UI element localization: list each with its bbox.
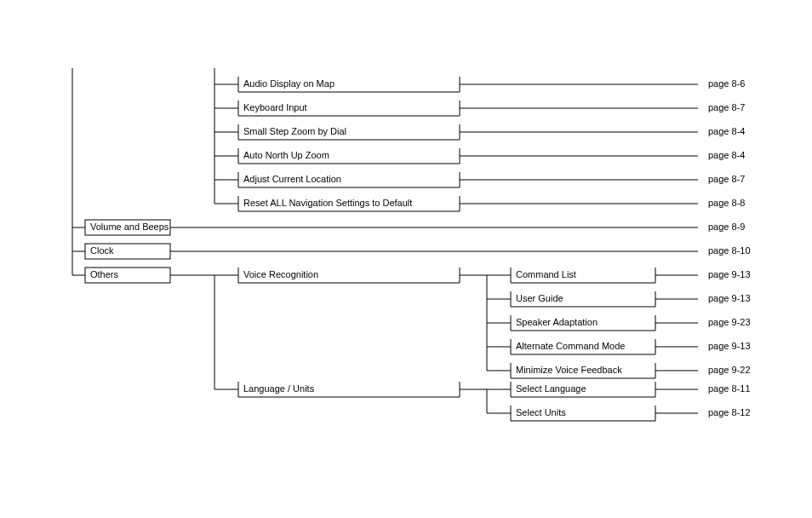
- label-nav-4: Adjust Current Location: [243, 174, 341, 184]
- label-language-units: Language / Units: [243, 383, 315, 394]
- page-vr-4: page 9-22: [708, 365, 751, 375]
- diagram-root: Audio Display on Map page 8-6 Keyboard I…: [0, 0, 812, 518]
- label-vr-1: User Guide: [516, 293, 563, 303]
- page-clock: page 8-10: [708, 245, 751, 256]
- page-vr-0: page 9-13: [708, 269, 751, 279]
- label-vr-4: Minimize Voice Feedback: [516, 365, 622, 375]
- label-nav-1: Keyboard Input: [243, 102, 307, 112]
- label-lu-1: Select Units: [516, 407, 566, 417]
- label-vr-2: Speaker Adaptation: [516, 317, 598, 327]
- label-nav-5: Reset ALL Navigation Settings to Default: [243, 198, 412, 208]
- page-vr-3: page 9-13: [708, 341, 751, 351]
- label-clock: Clock: [90, 245, 114, 256]
- page-vr-2: page 9-23: [708, 317, 751, 327]
- label-nav-2: Small Step Zoom by Dial: [243, 126, 346, 136]
- page-nav-5: page 8-8: [708, 198, 745, 208]
- label-volume-beeps: Volume and Beeps: [90, 222, 169, 232]
- label-nav-0: Audio Display on Map: [243, 78, 335, 89]
- page-nav-2: page 8-4: [708, 126, 745, 136]
- page-nav-3: page 8-4: [708, 150, 745, 160]
- page-volume-beeps: page 8-9: [708, 222, 745, 232]
- label-vr-3: Alternate Command Mode: [516, 341, 625, 351]
- page-nav-0: page 8-6: [708, 78, 745, 89]
- label-lu-0: Select Language: [516, 383, 586, 394]
- label-voice-recognition: Voice Recognition: [243, 269, 318, 279]
- page-nav-1: page 8-7: [708, 102, 745, 112]
- page-lu-0: page 8-11: [708, 383, 751, 394]
- page-nav-4: page 8-7: [708, 174, 745, 184]
- label-others: Others: [90, 269, 119, 279]
- page-lu-1: page 8-12: [708, 407, 751, 417]
- page-vr-1: page 9-13: [708, 293, 751, 303]
- label-vr-0: Command List: [516, 269, 576, 279]
- label-nav-3: Auto North Up Zoom: [243, 150, 329, 160]
